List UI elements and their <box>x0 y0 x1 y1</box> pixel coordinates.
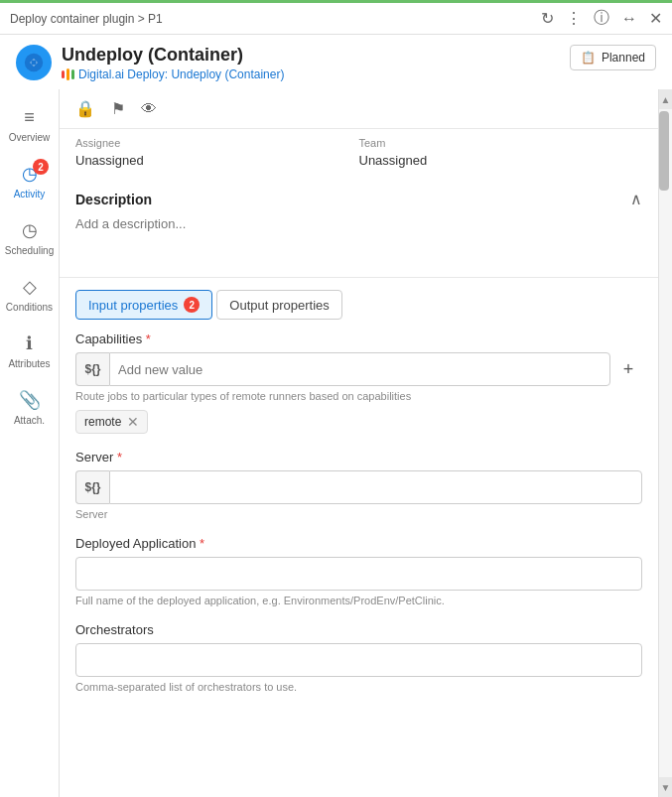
orchestrators-hint: Comma-separated list of orchestrators to… <box>75 681 642 693</box>
info-icon[interactable]: ⓘ <box>594 8 609 29</box>
sidebar-label-overview: Overview <box>9 132 51 143</box>
assignee-value[interactable]: Unassigned <box>75 153 359 168</box>
close-icon[interactable]: ✕ <box>649 9 662 28</box>
server-field: Server * ${} Server <box>75 450 642 520</box>
tag-remove-button[interactable]: ✕ <box>127 414 139 430</box>
refresh-icon[interactable]: ↻ <box>541 9 554 28</box>
lock-icon[interactable]: 🔒 <box>75 99 95 118</box>
top-bar-actions: ↻ ⋮ ⓘ ↔ ✕ <box>541 8 662 29</box>
server-label: Server * <box>75 450 642 465</box>
description-input[interactable] <box>75 216 642 264</box>
tab-output-label: Output properties <box>229 298 329 313</box>
team-field: Team Unassigned <box>359 137 643 168</box>
tabs-row: Input properties 2 Output properties <box>75 290 642 320</box>
tab-input-label: Input properties <box>88 298 178 313</box>
header: Undeploy (Container) Digital.ai Deploy: … <box>0 35 672 89</box>
sidebar-item-scheduling[interactable]: ◷ Scheduling <box>0 209 59 266</box>
planned-icon: 📋 <box>581 51 596 65</box>
flag-icon[interactable]: ⚑ <box>111 99 125 118</box>
tab-input-properties[interactable]: Input properties 2 <box>75 290 212 320</box>
scroll-thumb[interactable] <box>659 111 669 191</box>
scheduling-icon: ◷ <box>22 219 38 241</box>
app-logo <box>16 45 52 80</box>
capabilities-add-button[interactable]: + <box>614 352 642 386</box>
description-toggle[interactable]: ∧ <box>630 190 642 208</box>
top-bar: Deploy container plugin > P1 ↻ ⋮ ⓘ ↔ ✕ <box>0 3 672 35</box>
header-left: Undeploy (Container) Digital.ai Deploy: … <box>16 45 284 81</box>
description-section: Description ∧ <box>60 180 658 278</box>
capabilities-input[interactable] <box>109 352 610 386</box>
tab-output-properties[interactable]: Output properties <box>216 290 341 320</box>
header-title: Undeploy (Container) Digital.ai Deploy: … <box>62 45 284 81</box>
task-subtitle: Digital.ai Deploy: Undeploy (Container) <box>62 67 284 81</box>
planned-label: Planned <box>602 51 645 65</box>
deployed-application-field: Deployed Application * Full name of the … <box>75 536 642 606</box>
sidebar-item-activity[interactable]: 2 ◷ Activity <box>0 153 59 209</box>
capabilities-label: Capabilities * <box>75 332 642 346</box>
attributes-icon: ℹ <box>26 332 33 354</box>
team-value[interactable]: Unassigned <box>359 153 643 168</box>
task-title: Undeploy (Container) <box>62 45 284 66</box>
content-area: 🔒 ⚑ 👁 Assignee Unassigned Team Unassigne… <box>60 89 658 797</box>
orchestrators-input[interactable] <box>75 643 642 677</box>
eye-icon[interactable]: 👁 <box>141 100 157 118</box>
orchestrators-label: Orchestrators <box>75 622 642 637</box>
planned-button[interactable]: 📋 Planned <box>570 45 656 70</box>
assignee-field: Assignee Unassigned <box>75 137 359 168</box>
assignee-team-row: Assignee Unassigned Team Unassigned <box>60 129 658 180</box>
scroll-track[interactable] <box>659 109 672 777</box>
tag-value: remote <box>84 415 121 429</box>
more-icon[interactable]: ⋮ <box>566 9 582 28</box>
properties-tabs: Input properties 2 Output properties <box>60 278 658 320</box>
server-hint: Server <box>75 508 642 520</box>
scrollbar: ▲ ▼ <box>658 89 672 797</box>
scroll-up-button[interactable]: ▲ <box>659 89 673 109</box>
subtitle-text: Digital.ai Deploy: Undeploy (Container) <box>78 67 284 81</box>
sidebar-label-conditions: Conditions <box>6 302 53 313</box>
toolbar: 🔒 ⚑ 👁 <box>60 89 658 129</box>
form-section: Capabilities * ${} + Route jobs to parti… <box>60 320 658 721</box>
attach-icon: 📎 <box>19 389 41 411</box>
main-layout: ≡ Overview 2 ◷ Activity ◷ Scheduling ◇ C… <box>0 89 672 797</box>
overview-icon: ≡ <box>24 107 35 128</box>
sidebar-item-attributes[interactable]: ℹ Attributes <box>0 323 59 379</box>
deployed-application-hint: Full name of the deployed application, e… <box>75 595 642 606</box>
description-header: Description ∧ <box>75 190 642 208</box>
capabilities-prefix: ${} <box>75 352 109 386</box>
team-label: Team <box>359 137 643 149</box>
sidebar-label-attributes: Attributes <box>8 358 50 369</box>
sidebar-label-activity: Activity <box>14 189 46 199</box>
input-tab-badge: 2 <box>184 297 200 313</box>
sidebar-label-attach: Attach. <box>14 415 45 426</box>
capabilities-tag: remote ✕ <box>75 410 148 434</box>
sidebar-label-scheduling: Scheduling <box>5 245 54 256</box>
deployed-application-label: Deployed Application * <box>75 536 642 551</box>
server-select[interactable] <box>109 470 642 504</box>
subtitle-icon <box>62 68 74 80</box>
sidebar: ≡ Overview 2 ◷ Activity ◷ Scheduling ◇ C… <box>0 89 60 797</box>
description-title: Description <box>75 192 152 207</box>
deployed-application-input[interactable] <box>75 557 642 591</box>
server-input-row: ${} <box>75 470 642 504</box>
assignee-label: Assignee <box>75 137 359 149</box>
expand-icon[interactable]: ↔ <box>621 10 637 28</box>
activity-badge: 2 <box>33 159 49 175</box>
server-prefix: ${} <box>75 470 109 504</box>
breadcrumb-text: Deploy container plugin > P1 <box>10 12 163 26</box>
svg-point-1 <box>31 60 37 66</box>
capabilities-field: Capabilities * ${} + Route jobs to parti… <box>75 332 642 434</box>
sidebar-item-attach[interactable]: 📎 Attach. <box>0 379 59 436</box>
conditions-icon: ◇ <box>23 276 37 298</box>
breadcrumb: Deploy container plugin > P1 <box>10 12 163 26</box>
scroll-down-button[interactable]: ▼ <box>659 777 673 797</box>
capabilities-input-row: ${} + <box>75 352 642 386</box>
orchestrators-field: Orchestrators Comma-separated list of or… <box>75 622 642 693</box>
sidebar-item-conditions[interactable]: ◇ Conditions <box>0 266 59 323</box>
sidebar-item-overview[interactable]: ≡ Overview <box>0 97 59 153</box>
capabilities-hint: Route jobs to particular types of remote… <box>75 390 642 402</box>
